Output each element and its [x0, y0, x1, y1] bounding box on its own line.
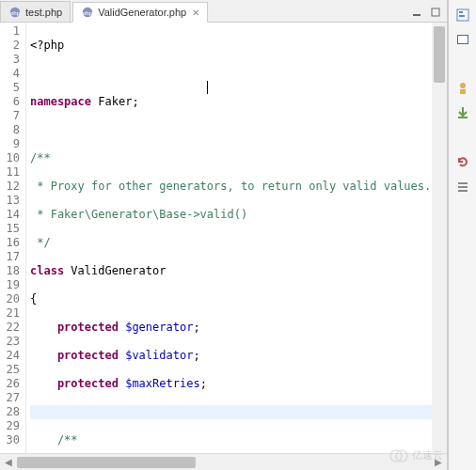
svg-rect-5	[432, 8, 439, 16]
svg-rect-10	[458, 36, 468, 43]
vertical-scrollbar[interactable]	[432, 23, 447, 453]
close-icon[interactable]: ✕	[192, 8, 199, 18]
text-cursor	[207, 81, 208, 94]
horizontal-scrollbar[interactable]: ◀ ▶	[0, 453, 447, 470]
tab-label: ValidGenerator.php	[98, 7, 186, 18]
watermark: 亿速云	[389, 448, 443, 462]
line-number-gutter: 12345 678910 1112131415 1617181920 21222…	[0, 23, 26, 453]
svg-text:php: php	[83, 9, 93, 16]
right-toolbar	[448, 0, 476, 470]
svg-rect-8	[459, 15, 465, 17]
scroll-left-icon[interactable]: ◀	[0, 457, 17, 467]
svg-rect-4	[413, 14, 420, 16]
outline-icon[interactable]	[453, 6, 472, 24]
tab-bar: php test.php php ValidGenerator.php ✕	[0, 0, 447, 23]
svg-rect-13	[458, 117, 468, 118]
scrollbar-thumb[interactable]	[17, 457, 196, 468]
refresh-icon[interactable]	[453, 152, 472, 171]
svg-text:php: php	[10, 8, 21, 15]
svg-rect-14	[458, 182, 468, 184]
bookmarks-icon[interactable]	[453, 177, 472, 196]
code-content[interactable]: <?php namespace Faker; /** * Proxy for o…	[26, 23, 447, 453]
svg-rect-16	[458, 190, 468, 192]
separator	[453, 55, 472, 73]
minimize-button[interactable]	[409, 5, 424, 20]
maximize-button[interactable]	[428, 5, 443, 20]
tab-validgenerator-php[interactable]: php ValidGenerator.php ✕	[72, 2, 208, 23]
scrollbar-thumb[interactable]	[434, 26, 445, 83]
svg-rect-7	[459, 11, 463, 13]
svg-point-11	[460, 83, 466, 88]
php-file-icon: php	[8, 6, 22, 19]
tab-test-php[interactable]: php test.php	[0, 1, 71, 22]
code-editor[interactable]: 12345 678910 1112131415 1617181920 21222…	[0, 23, 447, 453]
task-list-icon[interactable]	[453, 79, 472, 98]
tab-label: test.php	[25, 7, 62, 18]
php-file-icon: php	[81, 6, 94, 19]
download-icon[interactable]	[453, 103, 472, 122]
svg-rect-15	[458, 186, 468, 188]
separator	[453, 128, 472, 147]
console-icon[interactable]	[453, 30, 472, 49]
svg-rect-12	[460, 89, 466, 94]
